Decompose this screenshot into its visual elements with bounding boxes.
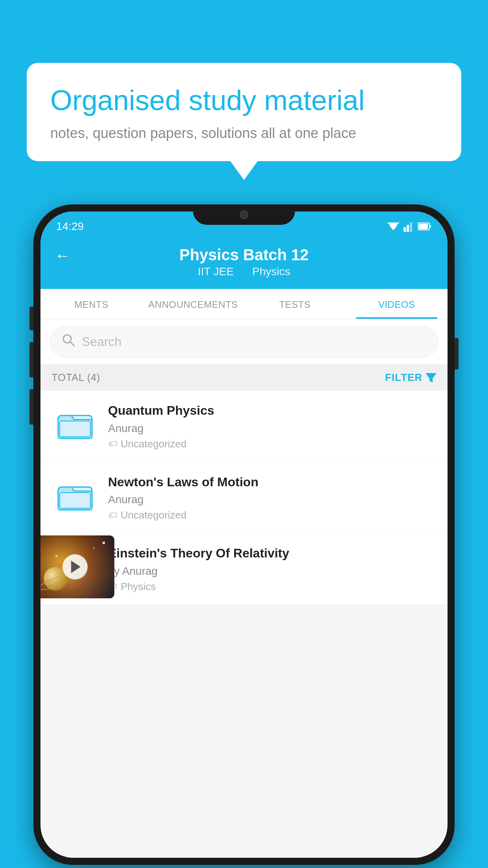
- svg-rect-14: [60, 493, 90, 508]
- svg-marker-10: [426, 373, 437, 383]
- bubble-subtitle: notes, question papers, solutions all at…: [50, 125, 438, 142]
- filter-label: FILTER: [385, 371, 422, 384]
- mute-button: [29, 307, 33, 330]
- back-button[interactable]: ←: [55, 247, 70, 265]
- header-subtitle2: Physics: [252, 265, 290, 278]
- tabs-bar: MENTS ANNOUNCEMENTS TESTS VIDEOS: [40, 289, 448, 319]
- thumbnail-image: [40, 535, 114, 598]
- svg-rect-3: [407, 225, 409, 232]
- video-author: by Anurag: [108, 565, 437, 577]
- search-container: Search: [40, 319, 448, 364]
- search-box[interactable]: Search: [50, 326, 438, 357]
- svg-rect-2: [404, 227, 406, 232]
- tab-tests[interactable]: TESTS: [244, 289, 346, 319]
- tag-text: Uncategorized: [121, 438, 187, 450]
- header-title: Physics Batch 12: [179, 246, 308, 264]
- list-item[interactable]: Newton's Laws of Motion Anurag 🏷 Uncateg…: [40, 462, 448, 534]
- signal-icon: [404, 221, 415, 232]
- folder-icon: [57, 480, 93, 511]
- phone-device: 14:29: [33, 204, 455, 865]
- video-author: Anurag: [108, 493, 437, 506]
- bubble-title: Organised study material: [50, 83, 438, 117]
- video-tag: 🏷 Uncategorized: [108, 438, 437, 450]
- volume-up-button: [29, 342, 33, 377]
- filter-icon: [426, 373, 437, 383]
- svg-marker-1: [387, 223, 400, 228]
- search-input[interactable]: Search: [82, 335, 121, 349]
- total-count: TOTAL (4): [51, 371, 100, 384]
- volume-down-button: [29, 389, 33, 425]
- play-button[interactable]: [62, 554, 88, 579]
- tab-videos[interactable]: VIDEOS: [346, 289, 448, 319]
- video-title: Einstein's Theory Of Relativity: [108, 545, 437, 562]
- phone-notch: [193, 204, 295, 225]
- list-item[interactable]: Einstein's Theory Of Relativity by Anura…: [40, 533, 448, 605]
- video-thumbnail: [51, 545, 99, 588]
- tab-ments[interactable]: MENTS: [40, 289, 142, 319]
- video-list: Quantum Physics Anurag 🏷 Uncategorized: [40, 391, 448, 605]
- list-item[interactable]: Quantum Physics Anurag 🏷 Uncategorized: [40, 391, 448, 462]
- video-tag: 🏷 Uncategorized: [108, 509, 437, 521]
- video-title: Newton's Laws of Motion: [108, 474, 437, 491]
- speech-bubble: Organised study material notes, question…: [27, 63, 461, 161]
- video-title: Quantum Physics: [108, 403, 437, 419]
- svg-rect-4: [410, 223, 412, 232]
- tab-announcements[interactable]: ANNOUNCEMENTS: [142, 289, 244, 319]
- search-icon: [61, 333, 75, 351]
- phone-screen: 14:29: [40, 211, 448, 858]
- status-time: 14:29: [56, 220, 84, 233]
- wifi-icon: [386, 221, 400, 232]
- filter-button[interactable]: FILTER: [385, 371, 437, 384]
- video-tag: 🏷 Physics: [108, 581, 437, 593]
- header-subtitle: IIT JEE Physics: [195, 265, 294, 278]
- power-button: [455, 338, 459, 370]
- svg-rect-12: [60, 421, 90, 437]
- tag-icon: 🏷: [108, 510, 117, 521]
- battery-icon: [418, 222, 432, 231]
- status-icons: [386, 221, 432, 232]
- video-thumbnail: [51, 403, 99, 446]
- video-author: Anurag: [108, 422, 437, 435]
- svg-rect-6: [429, 225, 431, 228]
- svg-rect-7: [418, 224, 428, 229]
- front-camera: [240, 210, 248, 219]
- video-thumbnail: [51, 474, 99, 517]
- tag-text: Physics: [121, 581, 156, 593]
- folder-icon: [57, 408, 93, 440]
- svg-line-9: [70, 342, 74, 346]
- video-info: Quantum Physics Anurag 🏷 Uncategorized: [108, 403, 437, 450]
- tag-text: Uncategorized: [121, 509, 187, 521]
- header-subtitle1: IIT JEE: [198, 265, 234, 278]
- app-header: ← Physics Batch 12 IIT JEE Physics: [40, 238, 448, 289]
- tag-icon: 🏷: [108, 438, 117, 449]
- filter-bar: TOTAL (4) FILTER: [40, 364, 448, 391]
- video-info: Newton's Laws of Motion Anurag 🏷 Uncateg…: [108, 474, 437, 522]
- video-info: Einstein's Theory Of Relativity by Anura…: [108, 545, 437, 593]
